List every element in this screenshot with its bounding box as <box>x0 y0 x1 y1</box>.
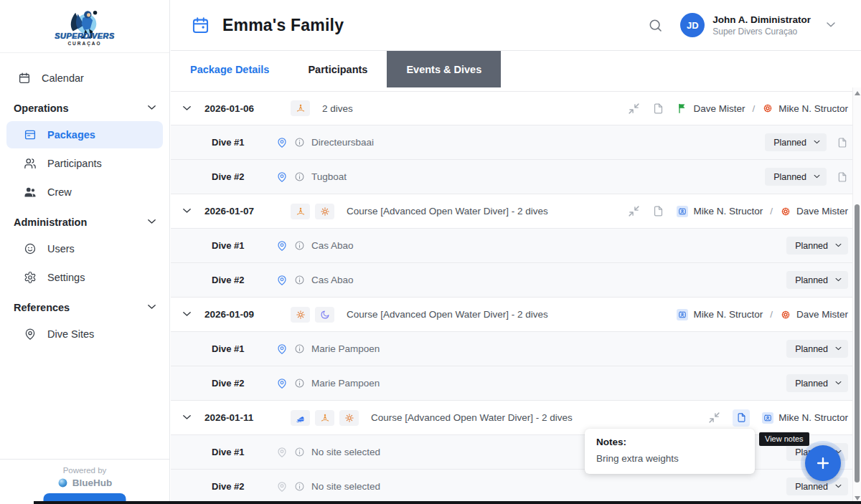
map-pin-icon[interactable] <box>276 137 288 148</box>
chevron-down-icon <box>146 217 157 227</box>
bluehub-label: BlueHub <box>72 477 113 488</box>
section-label: Operations <box>14 103 69 114</box>
crew-separator: / <box>752 103 755 114</box>
avatar[interactable]: JD <box>680 13 705 37</box>
dive-status-select[interactable]: Planned <box>786 374 848 392</box>
info-icon[interactable] <box>294 171 305 182</box>
search-icon[interactable] <box>648 18 663 33</box>
dive-status-select[interactable]: Planned <box>786 340 848 358</box>
dive-status-select[interactable]: Planned <box>765 133 827 151</box>
collapse-rows-icon[interactable] <box>628 205 640 217</box>
shore-icon <box>291 204 310 219</box>
map-pin-icon <box>24 328 37 341</box>
dive-number: Dive #2 <box>212 171 276 182</box>
sidebar-item-label: Packages <box>47 129 95 141</box>
event-type-icons <box>291 204 334 219</box>
event-group-row[interactable]: 2026-01-062 divesDave Mister/Mike N. Str… <box>171 91 852 125</box>
scrollbar-thumb[interactable] <box>855 204 860 482</box>
event-group-row[interactable]: 2026-01-07Course [Advanced Open Water Di… <box>171 194 852 229</box>
dive-status-value: Planned <box>795 275 828 285</box>
user-name: John A. Diministrator <box>712 14 811 26</box>
vertical-scrollbar[interactable] <box>852 87 861 504</box>
dive-site-name: Marie Pampoen <box>311 343 380 354</box>
info-icon[interactable] <box>294 378 305 389</box>
map-pin-icon[interactable] <box>276 481 288 493</box>
info-icon[interactable] <box>294 240 305 251</box>
add-button[interactable] <box>805 445 841 481</box>
sidebar-item-crew[interactable]: Crew <box>6 179 163 206</box>
scroll-down-arrow-icon[interactable] <box>855 496 860 500</box>
section-label: References <box>14 302 70 313</box>
dive-status-select[interactable]: Planned <box>765 168 827 186</box>
chevron-down-icon[interactable] <box>182 412 192 423</box>
map-pin-icon[interactable] <box>276 378 288 389</box>
page-title: Emma's Family <box>222 16 344 35</box>
dive-site-name: Marie Pampoen <box>311 378 380 389</box>
tab-participants[interactable]: Participants <box>288 51 387 87</box>
id-badge-icon <box>762 412 773 424</box>
view-notes-file-icon[interactable] <box>733 409 750 427</box>
event-group-row[interactable]: 2026-01-09Course [Advanced Open Water Di… <box>171 298 852 332</box>
dive-status-select[interactable]: Planned <box>786 237 848 255</box>
user-menu[interactable]: JD John A. Diministrator Super Divers Cu… <box>680 13 837 37</box>
sidebar-section-references[interactable]: References <box>6 294 163 320</box>
sun-icon <box>291 307 310 323</box>
sidebar-item-packages[interactable]: Packages <box>6 121 163 148</box>
dive-file-icon[interactable] <box>837 137 848 148</box>
dive-site: Directeursbaai <box>276 137 374 148</box>
info-icon[interactable] <box>294 447 305 457</box>
map-pin-icon[interactable] <box>276 275 288 286</box>
sidebar-item-settings[interactable]: Settings <box>6 264 163 291</box>
info-icon[interactable] <box>294 481 305 492</box>
dive-site-name: Cas Abao <box>311 275 354 285</box>
dive-number: Dive #2 <box>212 378 276 389</box>
shore-icon <box>315 410 334 426</box>
dive-file-icon[interactable] <box>837 171 848 183</box>
dive-number: Dive #1 <box>212 343 276 354</box>
chevron-down-icon[interactable] <box>182 206 192 217</box>
info-icon[interactable] <box>294 275 305 285</box>
helm-icon <box>780 206 791 217</box>
file-icon[interactable] <box>652 205 664 217</box>
sidebar-item-users[interactable]: Users <box>6 235 163 262</box>
chevron-down-icon[interactable] <box>182 309 192 320</box>
chevron-down-icon[interactable] <box>182 103 192 114</box>
info-icon[interactable] <box>294 343 305 354</box>
window-bottom-edge <box>34 501 861 504</box>
crew-icon <box>24 186 37 199</box>
info-icon[interactable] <box>294 137 305 148</box>
sidebar-section-operations[interactable]: Operations <box>6 95 163 121</box>
section-label: Administration <box>14 217 87 228</box>
page-header: Emma's Family JD John A. Diministrator S… <box>171 0 861 51</box>
sidebar-item-calendar[interactable]: Calendar <box>6 65 163 92</box>
tab-package-details[interactable]: Package Details <box>171 51 288 87</box>
sidebar-item-participants[interactable]: Participants <box>6 150 163 177</box>
dive-row: Dive #1Marie PampoenPlanned <box>171 332 852 366</box>
chevron-down-icon <box>834 242 842 249</box>
tab-events-dives[interactable]: Events & Dives <box>387 51 501 87</box>
event-title: Course [Advanced Open Water Diver] - 2 d… <box>371 412 573 423</box>
collapse-rows-icon[interactable] <box>628 103 640 115</box>
participants-icon <box>24 157 37 170</box>
crew-separator: / <box>770 206 773 217</box>
collapse-rows-icon[interactable] <box>708 412 720 424</box>
notes-popover-body: Bring extra weights <box>596 453 743 464</box>
sidebar-footer: Powered by BlueHub <box>0 459 169 504</box>
dive-status-select[interactable]: Planned <box>786 271 848 289</box>
dive-site-name: Cas Abao <box>311 240 354 251</box>
map-pin-icon[interactable] <box>276 447 288 458</box>
package-calendar-icon <box>191 16 210 35</box>
chevron-down-icon[interactable] <box>825 19 837 31</box>
bluehub-brand[interactable]: BlueHub <box>0 477 169 488</box>
map-pin-icon[interactable] <box>276 240 288 252</box>
dive-site: Cas Abao <box>276 240 354 252</box>
dive-site: No site selected <box>276 481 380 493</box>
dive-status-value: Planned <box>795 379 828 389</box>
sidebar-section-administration[interactable]: Administration <box>6 209 163 235</box>
scroll-up-arrow-icon[interactable] <box>855 91 860 95</box>
file-icon[interactable] <box>652 103 664 115</box>
map-pin-icon[interactable] <box>276 171 288 183</box>
gear-icon <box>24 271 37 284</box>
map-pin-icon[interactable] <box>276 343 288 355</box>
sidebar-item-dive-sites[interactable]: Dive Sites <box>6 320 163 348</box>
